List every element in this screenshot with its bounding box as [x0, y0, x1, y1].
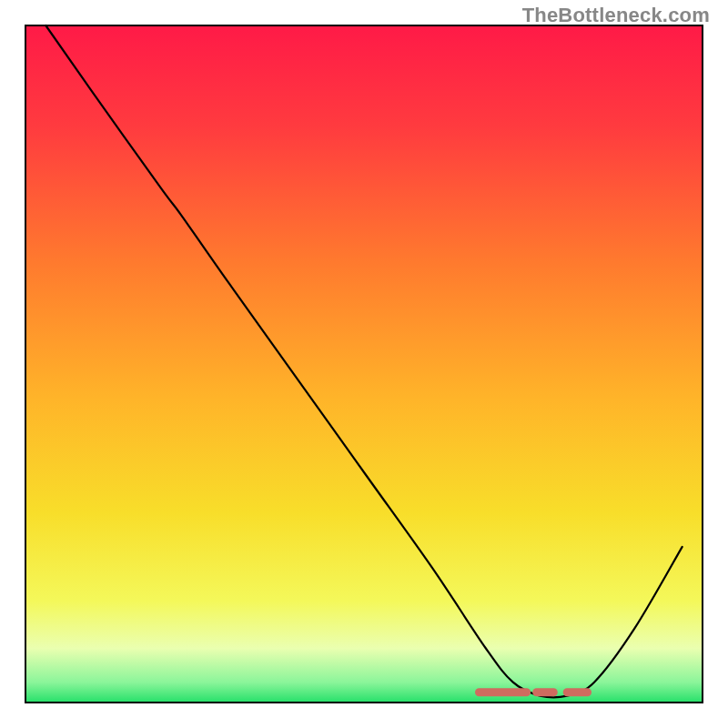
chart-svg	[0, 0, 728, 728]
chart-root: TheBottleneck.com	[0, 0, 728, 728]
watermark-text: TheBottleneck.com	[522, 4, 710, 27]
plot-area	[25, 25, 703, 703]
gradient-background	[25, 25, 703, 703]
